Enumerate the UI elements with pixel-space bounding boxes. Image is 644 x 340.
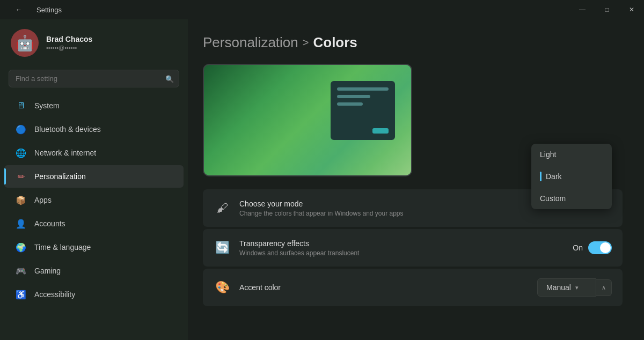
preview-line-2 (337, 95, 370, 98)
user-name: Brad Chacos (46, 35, 92, 43)
main-layout: 🤖 Brad Chacos ••••••@•••••• 🔍 🖥 System 🔵… (0, 19, 644, 340)
mode-option-custom[interactable]: Custom (531, 188, 612, 209)
accent-chevron-up-button[interactable]: ∧ (596, 279, 612, 296)
app-title: Settings (36, 6, 62, 14)
accent-dropdown: Manual ▾ ∧ (537, 278, 612, 297)
active-indicator (540, 172, 541, 181)
sidebar-item-personalization[interactable]: ✏ Personalization (4, 165, 184, 188)
personalization-icon: ✏ (15, 171, 27, 182)
mode-setting-row: 🖌 Choose your mode Change the colors tha… (203, 189, 623, 227)
accounts-icon: 👤 (15, 218, 27, 230)
transparency-toggle[interactable] (588, 241, 612, 254)
transparency-description: Windows and surfaces appear translucent (239, 249, 564, 257)
mode-description: Change the colors that appear in Windows… (239, 210, 603, 217)
avatar: 🤖 (11, 29, 39, 57)
accessibility-icon: ♿ (15, 289, 27, 300)
sidebar-item-bluetooth[interactable]: 🔵 Bluetooth & devices (4, 118, 184, 141)
gaming-icon: 🎮 (15, 265, 27, 277)
transparency-toggle-container: On (573, 241, 612, 254)
sidebar-item-label-personalization: Personalization (34, 172, 86, 181)
breadcrumb: Personalization > Colors (203, 34, 623, 51)
back-button[interactable]: ← (6, 0, 31, 19)
preview-line-3 (337, 102, 363, 106)
breadcrumb-parent[interactable]: Personalization (203, 34, 298, 51)
user-email: ••••••@•••••• (46, 45, 92, 51)
sidebar-item-label-time: Time & language (34, 243, 91, 252)
titlebar: ← Settings — □ ✕ (0, 0, 644, 19)
transparency-title: Transparency effects (239, 239, 564, 248)
accent-text: Accent color (239, 283, 529, 292)
sidebar-item-label-gaming: Gaming (34, 267, 61, 275)
transparency-toggle-label: On (573, 243, 583, 252)
mode-icon: 🖌 (214, 199, 231, 217)
network-icon: 🌐 (15, 147, 27, 159)
sidebar-item-label-system: System (34, 101, 60, 110)
content-area: Personalization > Colors 🖌 Choose your m… (188, 19, 644, 340)
preview-desktop (204, 65, 411, 175)
minimize-button[interactable]: — (570, 0, 595, 19)
sidebar-item-label-bluetooth: Bluetooth & devices (34, 125, 101, 134)
transparency-icon: 🔄 (214, 239, 231, 256)
apps-icon: 📦 (15, 194, 27, 206)
sidebar-item-system[interactable]: 🖥 System (4, 94, 184, 117)
mode-dropdown: Light Dark Custom (531, 144, 612, 209)
user-info: Brad Chacos ••••••@•••••• (46, 35, 92, 51)
accent-setting-row: 🎨 Accent color Manual ▾ ∧ (203, 269, 623, 306)
search-input[interactable] (9, 70, 179, 87)
chevron-down-icon: ▾ (575, 284, 579, 291)
sidebar-item-label-apps: Apps (34, 196, 52, 204)
toggle-thumb (600, 242, 611, 253)
accent-icon: 🎨 (214, 279, 231, 296)
search-icon: 🔍 (165, 75, 174, 83)
close-button[interactable]: ✕ (619, 0, 644, 19)
mode-option-light[interactable]: Light (531, 144, 612, 165)
sidebar-item-accessibility[interactable]: ♿ Accessibility (4, 283, 184, 306)
sidebar-item-label-accounts: Accounts (34, 219, 65, 228)
transparency-text: Transparency effects Windows and surface… (239, 239, 564, 257)
mode-option-dark-label: Dark (546, 172, 562, 181)
theme-preview (203, 64, 412, 176)
transparency-setting-row: 🔄 Transparency effects Windows and surfa… (203, 229, 623, 267)
sidebar-item-accounts[interactable]: 👤 Accounts (4, 212, 184, 235)
preview-line-1 (337, 87, 389, 91)
titlebar-left: ← Settings (6, 0, 62, 19)
sidebar-item-time[interactable]: 🌍 Time & language (4, 236, 184, 258)
bluetooth-icon: 🔵 (15, 123, 27, 135)
sidebar-item-label-accessibility: Accessibility (34, 290, 75, 299)
breadcrumb-separator: > (303, 36, 309, 49)
breadcrumb-current: Colors (313, 34, 357, 51)
system-icon: 🖥 (15, 100, 27, 112)
mode-option-custom-label: Custom (540, 194, 566, 203)
sidebar-item-gaming[interactable]: 🎮 Gaming (4, 260, 184, 282)
accent-value: Manual (546, 283, 571, 292)
sidebar-item-apps[interactable]: 📦 Apps (4, 189, 184, 211)
search-box: 🔍 (9, 70, 179, 87)
mode-option-light-label: Light (540, 150, 556, 159)
user-section[interactable]: 🤖 Brad Chacos ••••••@•••••• (0, 19, 188, 66)
sidebar: 🤖 Brad Chacos ••••••@•••••• 🔍 🖥 System 🔵… (0, 19, 188, 340)
preview-window (331, 81, 395, 140)
sidebar-item-network[interactable]: 🌐 Network & internet (4, 142, 184, 164)
mode-option-dark[interactable]: Dark (531, 165, 612, 188)
preview-button (372, 128, 389, 134)
sidebar-item-label-network: Network & internet (34, 149, 96, 157)
titlebar-controls: — □ ✕ (570, 0, 644, 19)
accent-title: Accent color (239, 283, 529, 292)
maximize-button[interactable]: □ (595, 0, 619, 19)
time-icon: 🌍 (15, 241, 27, 253)
accent-select[interactable]: Manual ▾ (537, 278, 596, 297)
